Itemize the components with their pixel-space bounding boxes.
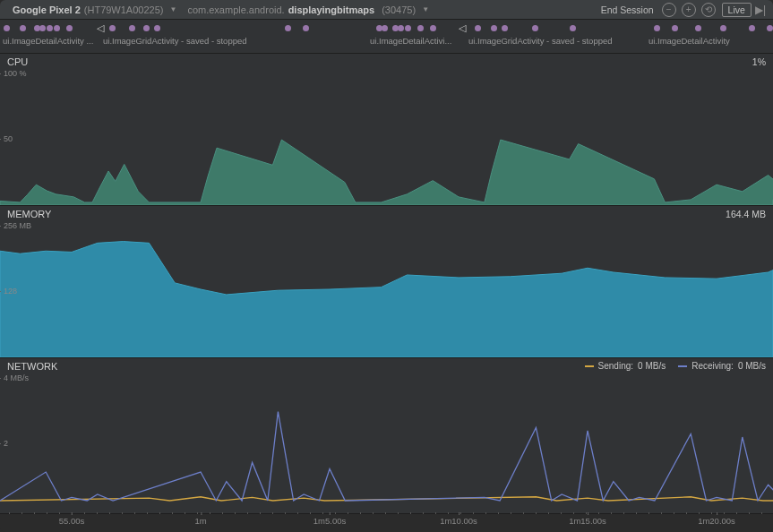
memory-ymid-tick: 128 bbox=[4, 287, 17, 296]
zoom-out-button[interactable]: − bbox=[662, 3, 676, 17]
time-tick: 1m bbox=[194, 516, 206, 526]
device-dropdown[interactable]: Google Pixel 2 (HT79W1A00225) ▼ bbox=[7, 4, 182, 15]
event-label: ui.ImageDetailActivi... bbox=[370, 36, 451, 46]
event-dot[interactable] bbox=[129, 25, 135, 31]
event-dot[interactable] bbox=[398, 25, 404, 31]
cpu-title: CPU bbox=[7, 56, 28, 67]
back-arrow-icon: ◁ bbox=[459, 22, 466, 34]
time-axis: 55.00s1m1m5.00s1m10.00s1m15.00s1m20.00s bbox=[0, 514, 773, 532]
network-chart[interactable]: NETWORK Sending: 0 MB/s Receiving: 0 MB/… bbox=[0, 358, 773, 514]
legend-receiving: Receiving: 0 MB/s bbox=[678, 361, 766, 371]
process-name: displayingbitmaps bbox=[288, 4, 375, 15]
event-dot[interactable] bbox=[475, 25, 481, 31]
time-tick: 1m10.00s bbox=[440, 516, 477, 526]
event-dot[interactable] bbox=[767, 25, 773, 31]
device-serial: (HT79W1A00225) bbox=[84, 4, 164, 15]
cpu-value: 1% bbox=[752, 56, 766, 67]
chevron-down-icon: ▼ bbox=[169, 5, 176, 13]
device-name: Google Pixel 2 bbox=[13, 4, 81, 15]
back-arrow-icon: ◁ bbox=[97, 22, 104, 34]
event-label: ui.ImageDetailActivity ... bbox=[3, 36, 93, 46]
process-prefix: com.example.android. bbox=[187, 4, 284, 15]
chevron-down-icon: ▼ bbox=[422, 5, 429, 13]
go-to-end-button[interactable]: ▶| bbox=[755, 4, 766, 16]
event-dot[interactable] bbox=[570, 25, 576, 31]
zoom-reset-button[interactable]: ⟲ bbox=[701, 3, 716, 17]
event-dot[interactable] bbox=[143, 25, 150, 31]
event-dot[interactable] bbox=[4, 25, 10, 31]
event-dot[interactable] bbox=[154, 25, 160, 31]
end-session-button[interactable]: End Session bbox=[601, 4, 654, 15]
memory-ymax-tick: 256 MB bbox=[4, 221, 31, 230]
legend-sending-value: 0 MB/s bbox=[638, 361, 666, 371]
legend-sending: Sending: 0 MB/s bbox=[585, 361, 666, 371]
memory-chart[interactable]: MEMORY 164.4 MB 256 MB 128 bbox=[0, 206, 773, 358]
toolbar: Google Pixel 2 (HT79W1A00225) ▼ com.exam… bbox=[0, 0, 773, 20]
event-dot[interactable] bbox=[654, 25, 660, 31]
zoom-in-button[interactable]: + bbox=[682, 3, 696, 17]
network-title: NETWORK bbox=[7, 361, 57, 372]
event-dot[interactable] bbox=[39, 25, 46, 31]
process-dropdown[interactable]: com.example.android.displayingbitmaps (3… bbox=[182, 4, 434, 15]
event-dot[interactable] bbox=[54, 25, 60, 31]
event-dot[interactable] bbox=[502, 25, 508, 31]
time-tick: 1m5.00s bbox=[313, 516, 346, 526]
event-dot[interactable] bbox=[66, 25, 73, 31]
cpu-ymid-tick: 50 bbox=[4, 134, 13, 143]
event-label: ui.ImageDetailActivity bbox=[648, 36, 730, 46]
event-label: ui.ImageGridActivity - saved - stopped bbox=[103, 36, 247, 46]
event-timeline[interactable]: ◁◁ui.ImageDetailActivity ...ui.ImageGrid… bbox=[0, 20, 773, 54]
event-dot[interactable] bbox=[430, 25, 436, 31]
cpu-ymax-tick: 100 % bbox=[4, 69, 27, 78]
event-dot[interactable] bbox=[417, 25, 424, 31]
event-dot[interactable] bbox=[285, 25, 291, 31]
event-dot[interactable] bbox=[382, 25, 388, 31]
process-pid: (30475) bbox=[382, 4, 416, 15]
event-dot[interactable] bbox=[303, 25, 309, 31]
legend-sending-label: Sending: bbox=[598, 361, 633, 371]
event-dot[interactable] bbox=[47, 25, 53, 31]
event-dot[interactable] bbox=[672, 25, 678, 31]
network-ymax-tick: 4 MB/s bbox=[4, 373, 29, 382]
event-dot[interactable] bbox=[532, 25, 538, 31]
event-dot[interactable] bbox=[749, 25, 755, 31]
memory-value: 164.4 MB bbox=[726, 209, 766, 219]
event-dot[interactable] bbox=[405, 25, 411, 31]
event-dot[interactable] bbox=[491, 25, 497, 31]
time-tick: 1m20.00s bbox=[698, 516, 735, 526]
event-label: ui.ImageGridActivity - saved - stopped bbox=[468, 36, 613, 46]
event-dot[interactable] bbox=[695, 25, 701, 31]
legend-receiving-label: Receiving: bbox=[691, 361, 734, 371]
sending-swatch-icon bbox=[585, 365, 594, 367]
network-ymid-tick: 2 bbox=[4, 439, 8, 448]
cpu-chart[interactable]: CPU 1% 100 % 50 bbox=[0, 54, 773, 206]
receiving-swatch-icon bbox=[678, 365, 687, 367]
live-button[interactable]: Live bbox=[722, 3, 752, 17]
time-tick: 55.00s bbox=[59, 516, 85, 526]
legend-receiving-value: 0 MB/s bbox=[738, 361, 766, 371]
network-legend: Sending: 0 MB/s Receiving: 0 MB/s bbox=[585, 361, 766, 371]
event-dot[interactable] bbox=[720, 25, 726, 31]
time-tick: 1m15.00s bbox=[569, 516, 606, 526]
event-dot[interactable] bbox=[109, 25, 116, 31]
event-dot[interactable] bbox=[20, 25, 26, 31]
memory-title: MEMORY bbox=[7, 209, 51, 219]
